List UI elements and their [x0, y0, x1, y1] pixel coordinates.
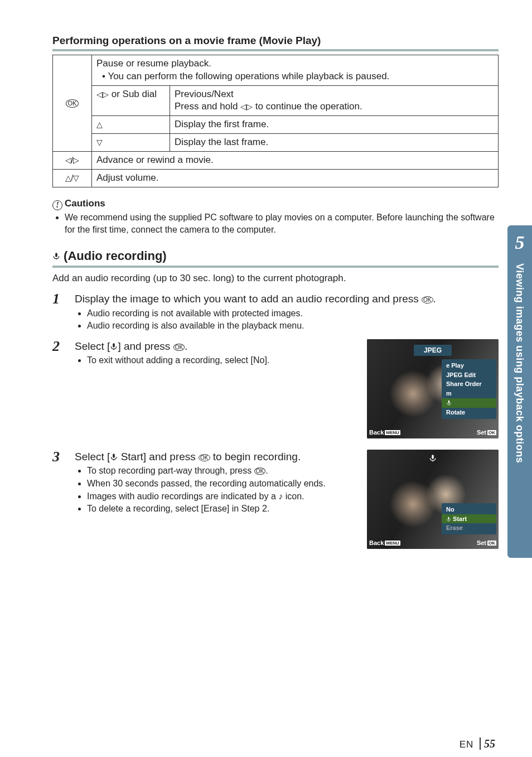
page-content: Performing operations on a movie frame (…: [0, 0, 532, 731]
menu-item: Share Order: [442, 379, 496, 389]
step1-text-a: Display the image to which you want to a…: [75, 293, 422, 305]
step2-text-a: Select [: [75, 340, 110, 352]
ok-button-icon: OK: [422, 296, 433, 303]
audio-heading-text: (Audio recording): [60, 249, 167, 263]
lr-desc: Advance or rewind a movie.: [92, 152, 499, 170]
section-title-audio-recording: (Audio recording): [52, 248, 499, 268]
ok-button-icon: OK: [66, 99, 79, 108]
left-right-slash-icon: ◁/▷: [65, 156, 80, 165]
menu-item: Rotate: [442, 408, 496, 417]
up-triangle-icon: △: [96, 120, 103, 129]
mic-icon: [446, 400, 452, 406]
back-label: Back: [369, 539, 384, 546]
screen-title-icon: [429, 454, 437, 464]
screenshot-2-col: No Start Erase BackMENU SetOK: [367, 450, 499, 549]
up-down-slash-icon: △/▽: [65, 173, 80, 182]
cautions-label: Cautions: [65, 198, 105, 209]
ok-button-icon: OK: [173, 344, 185, 351]
step2-text-b: ] and press: [118, 340, 173, 352]
ok-row-desc: Pause or resume playback. • You can perf…: [92, 55, 499, 85]
subdial-desc-l2a: Press and hold: [175, 101, 240, 112]
step2-sub1: To exit without adding a recording, sele…: [87, 354, 357, 367]
set-label: Set: [477, 429, 486, 436]
down-desc: Display the last frame.: [170, 134, 499, 152]
menu-tag-icon: MENU: [385, 430, 400, 435]
step-body: Select [] and press OK. To exit without …: [75, 339, 357, 367]
step3-text-b: Start] and press: [118, 451, 199, 462]
lang-label: EN: [460, 739, 474, 750]
down-cell: ▽: [92, 134, 170, 152]
step3-sub1: To stop recording part-way through, pres…: [87, 465, 357, 477]
step3-text-a: Select [: [75, 451, 110, 462]
mic-icon: [429, 454, 437, 462]
cautions-heading: !Cautions: [52, 197, 499, 210]
up-cell: △: [92, 116, 170, 134]
screen-set: SetOK: [477, 539, 496, 547]
camera-screen-record-menu: No Start Erase BackMENU SetOK: [367, 450, 499, 549]
mic-icon: [110, 453, 118, 461]
step2-text-c: .: [185, 340, 187, 352]
movie-play-operations-table: OK Pause or resume playback. • You can p…: [52, 55, 499, 188]
ok-button-icon: OK: [254, 467, 265, 475]
step-body: Display the image to which you want to a…: [75, 292, 499, 332]
menu-item-disabled: Erase: [442, 523, 496, 533]
step-sub-list: To exit without adding a recording, sele…: [75, 354, 357, 367]
caution-item: We recommend using the supplied PC softw…: [65, 211, 499, 235]
menu-item: m: [442, 389, 496, 398]
step-number: 2: [52, 339, 65, 354]
set-label: Set: [477, 539, 486, 546]
subdial-cell: ◁▷ or Sub dial: [92, 85, 170, 116]
screen-menu: e Play JPEG Edit Share Order m Rotate: [442, 359, 496, 419]
screen-menu: No Start Erase: [442, 503, 496, 535]
left-right-triangle-icon: ◁▷: [240, 102, 253, 111]
row-key-ud: △/▽: [53, 170, 92, 187]
step-sub-list: Audio recording is not available with pr…: [75, 307, 499, 332]
screen-back: BackMENU: [369, 539, 400, 547]
ok-line1: Pause or resume playback.: [96, 58, 211, 69]
step1-sub1: Audio recording is not available with pr…: [87, 307, 499, 320]
step-3: 3 Select [ Start] and press OK to begin …: [52, 450, 499, 549]
chapter-number: 5: [507, 230, 532, 255]
ud-desc: Adjust volume.: [92, 170, 499, 187]
menu-item: e Play: [442, 361, 496, 370]
step3-sub3: Images with audio recordings are indicat…: [87, 490, 357, 503]
subdial-desc: Previous/Next Press and hold ◁▷ to conti…: [170, 85, 499, 116]
ok-tag-icon: OK: [487, 430, 496, 435]
camera-screen-jpeg-menu: JPEG e Play JPEG Edit Share Order m Rota…: [367, 339, 499, 438]
screen-title: JPEG: [414, 345, 452, 356]
menu-tag-icon: MENU: [385, 541, 400, 546]
mic-icon: [446, 517, 451, 522]
mic-icon: [52, 251, 60, 261]
subdial-desc-l1: Previous/Next: [175, 89, 234, 99]
left-right-triangle-icon: ◁▷: [96, 90, 109, 99]
caution-icon: !: [52, 200, 62, 210]
step-body: Select [ Start] and press OK to begin re…: [75, 450, 357, 515]
menu-item: JPEG Edit: [442, 370, 496, 380]
section-title-movie-play: Performing operations on a movie frame (…: [52, 33, 499, 51]
step1-sub2: Audio recording is also available in the…: [87, 320, 499, 332]
mic-icon: [110, 343, 118, 350]
step-number: 1: [52, 292, 65, 306]
step3-sub4: To delete a recording, select [Erase] in…: [87, 503, 357, 515]
subdial-desc-l2b: to continue the operation.: [253, 101, 362, 112]
cautions-list: We recommend using the supplied PC softw…: [52, 211, 499, 235]
screen-back: BackMENU: [369, 428, 400, 437]
chapter-side-tab: 5 Viewing images using playback options: [507, 225, 532, 558]
page-number: 55: [480, 737, 495, 750]
ok-tag-icon: OK: [487, 541, 496, 546]
step-number: 3: [52, 450, 65, 464]
ok-button-icon: OK: [199, 454, 210, 461]
row-key-lr: ◁/▷: [53, 152, 92, 170]
step3-sub2: When 30 seconds passed, the recording au…: [87, 478, 357, 490]
step-1: 1 Display the image to which you want to…: [52, 292, 499, 332]
step-2: 2 Select [] and press OK. To exit withou…: [52, 339, 499, 438]
menu-item: No: [442, 505, 496, 514]
down-triangle-icon: ▽: [96, 138, 103, 147]
step-sub-list: To stop recording part-way through, pres…: [75, 465, 357, 514]
row-key-ok: OK: [53, 55, 92, 152]
step1-text-b: .: [433, 293, 436, 305]
step3-text-c: to begin recording.: [210, 451, 301, 462]
page-footer: EN 55: [0, 731, 532, 757]
menu-item-highlight: [442, 398, 496, 408]
up-desc: Display the first frame.: [170, 116, 499, 134]
